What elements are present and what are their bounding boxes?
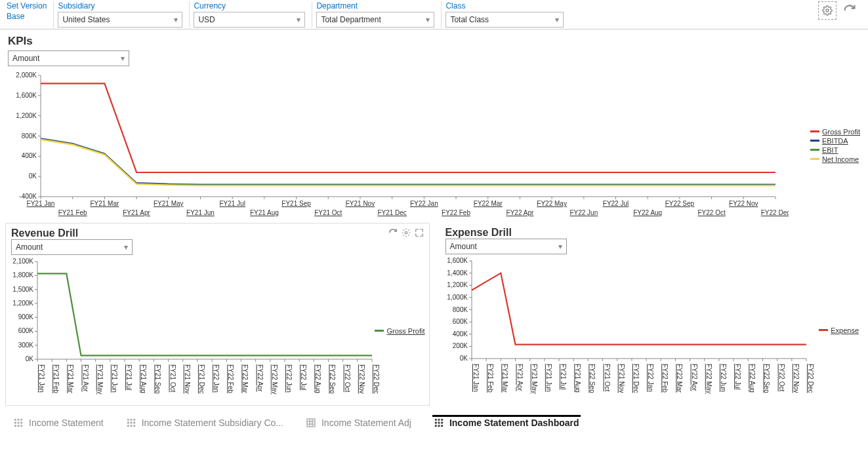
tab-label: Income Statement Subsidiary Co... bbox=[142, 418, 283, 428]
svg-text:1,000K: 1,000K bbox=[447, 294, 468, 301]
legend-item[interactable]: Gross Profit bbox=[375, 327, 424, 335]
expense-view-select[interactable]: Amount ▾ bbox=[445, 239, 567, 254]
refresh-icon[interactable] bbox=[388, 228, 398, 239]
kpis-title: KPIs bbox=[0, 29, 868, 50]
svg-point-231 bbox=[442, 425, 443, 427]
expense-drill-panel: Expense Drill Amount ▾ 0K200K400K600K800… bbox=[440, 223, 863, 406]
filter-subsidiary-select[interactable]: United States ▾ bbox=[58, 12, 182, 28]
revenue-legend: Gross Profit bbox=[375, 327, 424, 336]
svg-text:-400K: -400K bbox=[19, 193, 37, 200]
svg-text:FY22 Sep: FY22 Sep bbox=[763, 364, 770, 393]
svg-point-213 bbox=[131, 422, 132, 423]
legend-item[interactable]: EBIT bbox=[810, 146, 860, 154]
svg-text:200K: 200K bbox=[452, 342, 468, 349]
svg-text:FY21 Dec: FY21 Dec bbox=[377, 209, 406, 216]
legend-label: Net Income bbox=[822, 155, 859, 163]
svg-point-211 bbox=[133, 419, 134, 420]
legend-swatch bbox=[819, 329, 828, 331]
expense-drill-title: Expense Drill bbox=[445, 227, 512, 239]
panel-tools bbox=[388, 228, 424, 239]
svg-text:0K: 0K bbox=[459, 355, 468, 362]
legend-label: EBIT bbox=[822, 146, 838, 154]
svg-point-230 bbox=[438, 425, 440, 427]
svg-text:0K: 0K bbox=[29, 172, 37, 180]
svg-text:FY21 Jun: FY21 Jun bbox=[111, 364, 118, 393]
svg-text:FY21 May: FY21 May bbox=[96, 364, 104, 395]
svg-text:FY22 Apr: FY22 Apr bbox=[257, 364, 264, 392]
legend-swatch bbox=[810, 130, 819, 132]
revenue-drill-chart[interactable]: 0K300K600K900K1,200K1,500K1,800K2,100KFY… bbox=[6, 258, 380, 405]
legend-item[interactable]: Expense bbox=[819, 326, 859, 334]
svg-text:300K: 300K bbox=[18, 342, 34, 349]
revenue-view-value: Amount bbox=[16, 243, 43, 252]
expense-drill-chart[interactable]: 0K200K400K600K800K1,000K1,200K1,400K1,60… bbox=[440, 257, 814, 404]
svg-text:FY21 Aug: FY21 Aug bbox=[574, 364, 581, 393]
svg-point-228 bbox=[442, 422, 443, 423]
gear-icon[interactable] bbox=[402, 228, 411, 239]
tab-income-statement-dashboard[interactable]: Income Statement Dashboard bbox=[432, 415, 581, 431]
legend-swatch bbox=[810, 140, 819, 142]
svg-text:1,200K: 1,200K bbox=[447, 281, 468, 288]
svg-point-225 bbox=[442, 419, 443, 420]
refresh-button[interactable] bbox=[840, 1, 859, 20]
svg-text:FY21 Jul: FY21 Jul bbox=[219, 200, 245, 207]
tab-income-statement[interactable]: Income Statement bbox=[12, 415, 105, 431]
svg-text:FY21 Apr: FY21 Apr bbox=[82, 364, 89, 392]
svg-point-207 bbox=[18, 425, 19, 427]
svg-point-215 bbox=[127, 425, 129, 427]
filter-currency: Currency USD ▾ bbox=[189, 1, 309, 28]
svg-text:400K: 400K bbox=[452, 330, 468, 338]
grid-icon bbox=[434, 418, 444, 428]
settings-button[interactable] bbox=[818, 1, 837, 20]
tab-income-statement-adj[interactable]: Income Statement Adj bbox=[304, 415, 413, 431]
expand-icon[interactable] bbox=[415, 228, 424, 239]
svg-text:FY21 Feb: FY21 Feb bbox=[58, 209, 87, 216]
svg-point-205 bbox=[21, 422, 22, 423]
svg-text:1,400K: 1,400K bbox=[447, 269, 468, 277]
kpis-view-value: Amount bbox=[12, 54, 39, 63]
svg-point-202 bbox=[21, 419, 22, 420]
svg-text:FY22 Nov: FY22 Nov bbox=[792, 364, 799, 393]
chevron-down-icon: ▾ bbox=[555, 15, 559, 24]
svg-point-212 bbox=[127, 422, 129, 423]
svg-text:0K: 0K bbox=[26, 355, 34, 362]
svg-text:FY21 Nov: FY21 Nov bbox=[346, 200, 375, 207]
legend-item[interactable]: EBITDA bbox=[810, 137, 860, 145]
svg-text:1,800K: 1,800K bbox=[12, 271, 33, 279]
legend-swatch bbox=[375, 330, 384, 332]
filter-class-select[interactable]: Total Class ▾ bbox=[445, 12, 564, 28]
kpis-view-select[interactable]: Amount ▾ bbox=[8, 50, 129, 66]
svg-text:FY22 Apr: FY22 Apr bbox=[690, 364, 697, 391]
svg-text:FY21 May: FY21 May bbox=[530, 364, 537, 394]
filter-currency-label: Currency bbox=[194, 1, 305, 10]
svg-text:FY22 Dec: FY22 Dec bbox=[761, 209, 789, 216]
legend-item[interactable]: Gross Profit bbox=[810, 128, 860, 136]
svg-text:FY22 Aug: FY22 Aug bbox=[314, 364, 321, 393]
tab-income-statement-subsidiary[interactable]: Income Statement Subsidiary Co... bbox=[125, 415, 285, 431]
svg-text:FY22 Aug: FY22 Aug bbox=[633, 209, 662, 216]
filter-version-label[interactable]: Set Version bbox=[7, 1, 47, 10]
revenue-drill-title: Revenue Drill bbox=[11, 227, 78, 239]
svg-text:FY22 Mar: FY22 Mar bbox=[241, 364, 249, 394]
filter-version-value[interactable]: Base bbox=[7, 12, 47, 21]
revenue-view-select[interactable]: Amount ▾ bbox=[11, 239, 133, 255]
filter-class-label: Class bbox=[445, 1, 564, 10]
filter-class-value: Total Class bbox=[450, 15, 489, 24]
legend-swatch bbox=[810, 149, 819, 151]
filter-currency-select[interactable]: USD ▾ bbox=[194, 12, 305, 28]
filter-department-label: Department bbox=[316, 1, 434, 10]
legend-item[interactable]: Net Income bbox=[810, 155, 860, 163]
svg-text:FY21 Jun: FY21 Jun bbox=[545, 364, 552, 392]
table-icon bbox=[306, 418, 316, 428]
kpis-legend: Gross ProfitEBITDAEBITNet Income bbox=[810, 128, 860, 165]
kpis-chart[interactable]: -400K0K400K800K1,200K1,600K2,000KFY21 Ja… bbox=[8, 69, 789, 223]
svg-text:FY21 Mar: FY21 Mar bbox=[90, 200, 119, 207]
filter-department-select[interactable]: Total Department ▾ bbox=[316, 12, 434, 28]
svg-text:FY22 May: FY22 May bbox=[705, 364, 712, 394]
chevron-down-icon: ▾ bbox=[121, 54, 125, 63]
svg-text:FY22 Sep: FY22 Sep bbox=[665, 200, 695, 207]
filter-department-value: Total Department bbox=[321, 15, 381, 24]
svg-point-200 bbox=[14, 419, 16, 420]
svg-point-206 bbox=[14, 425, 16, 427]
chevron-down-icon: ▾ bbox=[558, 242, 562, 251]
